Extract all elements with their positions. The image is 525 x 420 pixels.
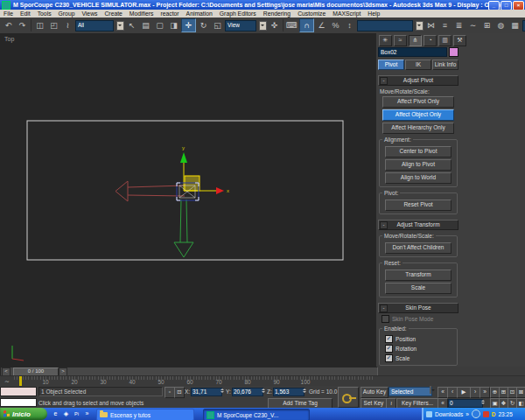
tray-chevron[interactable]: » (466, 411, 469, 417)
menu-tools[interactable]: Tools (38, 10, 52, 17)
viewport-top[interactable]: Top y x (0, 33, 377, 367)
x-spinner[interactable] (220, 388, 224, 394)
open-mini-curve-editor-icon[interactable]: ∼ (2, 377, 12, 386)
menu-create[interactable]: Create (104, 10, 122, 17)
hierarchy-tab-icon[interactable]: ⋔ (409, 35, 422, 46)
z-coordinate-field[interactable]: 1,563 (273, 388, 304, 396)
redo-icon[interactable]: ↷ (16, 19, 29, 32)
start-button[interactable]: Inicio (0, 408, 47, 420)
named-selection-sets-dropdown-arrow[interactable] (416, 21, 424, 31)
taskbar-task-3dsmax[interactable]: M SporCoupe C230_V... (203, 409, 310, 420)
quicklaunch-pi-icon[interactable]: Pi (72, 409, 81, 419)
motion-tab-icon[interactable]: ◔ (424, 35, 437, 46)
reset-transform-button[interactable]: Transform (385, 270, 452, 281)
rotation-checkbox[interactable]: ✓ (385, 345, 393, 353)
quicklaunch-more-chevron[interactable]: » (82, 409, 92, 419)
tray-daemon-icon[interactable]: D (492, 411, 496, 417)
scene-arrow-green-down[interactable] (174, 200, 193, 257)
position-checkbox[interactable]: ✓ (385, 335, 393, 343)
named-selection-sets-dropdown[interactable] (357, 20, 413, 32)
menu-help[interactable]: Help (368, 10, 380, 17)
collapse-icon[interactable]: - (380, 221, 388, 229)
material-editor-icon[interactable]: ◍ (494, 19, 508, 32)
x-coordinate-field[interactable]: 31,71 (191, 388, 222, 396)
gizmo-y-arrowhead[interactable] (180, 152, 187, 163)
absolute-offset-mode-icon[interactable]: ⊡ (174, 387, 185, 398)
selected-dropdown-arrow[interactable] (430, 386, 431, 394)
select-and-link-icon[interactable]: ◫ (33, 19, 46, 32)
angle-snap-icon[interactable]: ∠ (315, 19, 328, 32)
menu-views[interactable]: Views (81, 10, 97, 17)
gizmo-x-arrowhead[interactable] (216, 187, 224, 194)
select-and-manipulate-icon[interactable]: ✜ (268, 19, 281, 32)
close-button[interactable]: × (513, 1, 524, 10)
y-spinner[interactable] (261, 388, 265, 394)
set-keys-key-button[interactable] (338, 387, 359, 408)
selection-filter-dropdown-arrow[interactable] (116, 21, 124, 31)
frame-spinner[interactable] (480, 399, 485, 405)
object-name-field[interactable]: Box02 (378, 47, 447, 57)
adjust-transform-rollout-header[interactable]: - Adjust Transform (378, 220, 458, 230)
menu-modifiers[interactable]: Modifiers (130, 10, 154, 17)
auto-key-button[interactable]: Auto Key (360, 387, 388, 398)
collapse-icon[interactable]: - (380, 77, 388, 85)
ik-mode-button[interactable]: IK (405, 60, 431, 70)
window-crossing-icon[interactable]: ◨ (167, 19, 180, 32)
link-info-mode-button[interactable]: Link Info (432, 60, 458, 70)
affect-object-only-button[interactable]: Affect Object Only (382, 109, 454, 121)
move-gizmo[interactable]: y x (180, 145, 229, 194)
menu-graph-editors[interactable]: Graph Editors (220, 10, 256, 17)
rectangular-selection-region-icon[interactable]: ▢ (153, 19, 166, 32)
quicklaunch-shell-icon[interactable]: ◈ (61, 409, 71, 419)
scene-arrow-red-left[interactable] (116, 181, 185, 201)
select-by-name-icon[interactable]: ▤ (139, 19, 152, 32)
maxscript-mini-listener[interactable] (0, 398, 37, 407)
menu-group[interactable]: Group (59, 10, 75, 17)
maximize-button[interactable]: □ (500, 1, 512, 10)
skin-pose-rollout-header[interactable]: - Skin Pose (378, 303, 458, 313)
y-coordinate-field[interactable]: 20,676 (232, 388, 263, 396)
menu-file[interactable]: File (4, 10, 13, 17)
z-spinner[interactable] (302, 388, 306, 394)
bind-to-space-warp-icon[interactable]: ≀ (61, 19, 74, 32)
reference-coordinate-dropdown[interactable]: View (225, 20, 256, 32)
undo-icon[interactable]: ↶ (2, 19, 15, 32)
select-object-icon[interactable]: ↖ (125, 19, 138, 32)
key-filter-selected-dropdown[interactable]: Selected (388, 387, 432, 396)
menu-reactor[interactable]: reactor (160, 10, 178, 17)
taskbar-task-escenas[interactable]: Escenas y tutos (96, 409, 194, 420)
schematic-view-icon[interactable]: ⊞ (480, 19, 494, 32)
pivot-mode-button[interactable]: Pivot (378, 60, 404, 70)
affect-pivot-only-button[interactable]: Affect Pivot Only (382, 96, 454, 108)
menu-animation[interactable]: Animation (186, 10, 213, 17)
select-and-rotate-icon[interactable]: ↻ (197, 19, 210, 32)
snaps-toggle-icon[interactable]: ∩ (299, 18, 314, 32)
adjust-pivot-rollout-header[interactable]: - Adjust Pivot (378, 75, 458, 86)
scale-checkbox[interactable]: ✓ (385, 354, 393, 362)
maxscript-macro-recorder[interactable] (0, 387, 37, 396)
center-to-pivot-button[interactable]: Center to Pivot (385, 146, 452, 158)
menu-customize[interactable]: Customize (298, 10, 326, 17)
menu-edit[interactable]: Edit (20, 10, 31, 17)
align-icon[interactable]: ≡ (438, 19, 452, 32)
tray-msn-icon[interactable] (472, 410, 480, 418)
reference-coordinate-dropdown-arrow[interactable] (259, 21, 267, 31)
current-frame-field[interactable]: 0 (448, 399, 483, 408)
unlink-selection-icon[interactable]: ◰ (47, 19, 60, 32)
collapse-icon[interactable]: - (380, 304, 388, 312)
skin-pose-mode-checkbox[interactable] (382, 315, 389, 323)
mirror-icon[interactable]: ⋈ (424, 19, 438, 32)
layer-manager-icon[interactable]: ≣ (452, 19, 466, 32)
go-to-end-icon[interactable]: » (480, 387, 490, 398)
object-color-swatch[interactable] (449, 47, 458, 57)
zoom-extents-all-icon[interactable]: ⊠ (516, 387, 525, 398)
dont-affect-children-button[interactable]: Don't Affect Children (385, 242, 452, 254)
percent-snap-icon[interactable]: % (329, 19, 342, 32)
play-animation-icon[interactable]: ▶ (457, 387, 471, 398)
display-tab-icon[interactable]: ▥ (438, 35, 452, 46)
selection-bracket-box02[interactable] (177, 183, 199, 200)
select-and-scale-icon[interactable]: ◱ (211, 19, 224, 32)
affect-hierarchy-only-button[interactable]: Affect Hierarchy Only (382, 122, 454, 134)
window-titlebar[interactable]: M SporCoupe C230_VEHICLE SIMULATOR.max -… (0, 0, 525, 10)
utilities-tab-icon[interactable]: ⚒ (453, 35, 466, 46)
